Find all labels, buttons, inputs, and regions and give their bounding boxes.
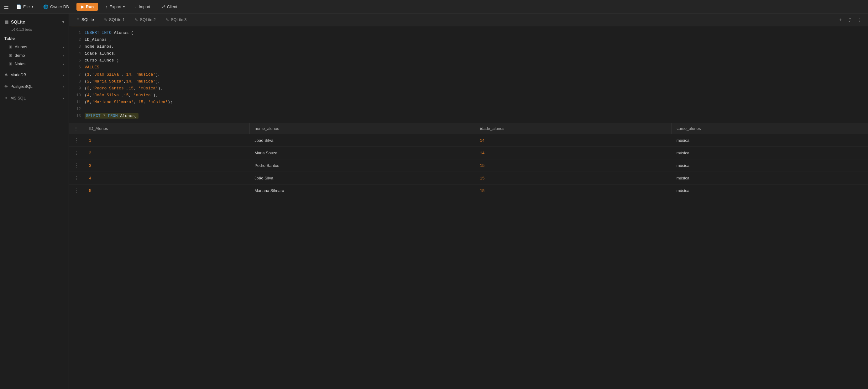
row-nome-1: Maria Souza: [249, 147, 475, 159]
export-label: Export: [110, 4, 122, 9]
version-icon: ⎇: [11, 28, 16, 31]
code-editor[interactable]: 1 INSERT INTO Alunos ( 2 ID_Alunos , 3 n…: [69, 26, 868, 123]
sidebar-item-postgresql[interactable]: ❋ PostgreSQL ‹: [0, 82, 69, 91]
table-row: ⋮ 4 João Silva 15 música: [69, 172, 868, 185]
row-curso-4: música: [672, 185, 868, 197]
owner-db-icon: 🌐: [43, 4, 48, 9]
sqlite-brand[interactable]: ▦ SQLite ▾: [0, 17, 69, 27]
postgresql-chevron: ‹: [63, 85, 64, 88]
code-line-2: 2 ID_Alunos ,: [69, 36, 868, 43]
code-line-9: 9 (3,'Pedro Santos',15, 'música'),: [69, 85, 868, 92]
owner-db-menu[interactable]: 🌐 Owner DB: [41, 3, 71, 10]
file-chevron: ▾: [32, 5, 33, 8]
row-nome-3: João Silva: [249, 172, 475, 185]
table-row: ⋮ 5 Mariana Silmara 15 música: [69, 185, 868, 197]
sidebar-item-mssql[interactable]: ✦ MS SQL ‹: [0, 93, 69, 103]
row-idade-0: 14: [475, 134, 672, 147]
row-curso-0: música: [672, 134, 868, 147]
more-options-button[interactable]: ⋮: [856, 16, 863, 24]
mariadb-label: MariaDB: [10, 73, 26, 77]
row-id-4: 5: [84, 185, 249, 197]
col-curso-alunos[interactable]: curso_alunos: [672, 123, 868, 134]
table-row: ⋮ 2 Maria Souza 14 música: [69, 147, 868, 159]
export-chevron: ▾: [123, 5, 125, 8]
content-area: ⊟ SQLite ✎ SQLite.1 ✎ SQLite.2 ✎ SQLite.…: [69, 14, 868, 389]
tab-sqlite1-label: SQLite.1: [109, 17, 125, 22]
share-button[interactable]: ⤴: [847, 16, 852, 24]
row-handle-2: ⋮: [69, 159, 84, 172]
topbar: ☰ 📄 File ▾ 🌐 Owner DB ▶ Run ↑ Export ▾ ↓…: [0, 0, 868, 14]
col-id-alunos[interactable]: ID_Alunos: [84, 123, 249, 134]
code-line-5: 5 curso_alunos ): [69, 57, 868, 64]
row-curso-1: música: [672, 147, 868, 159]
code-line-10: 10 (4,'João Silva',15, 'música'),: [69, 92, 868, 99]
sidebar-item-demo[interactable]: ⊞ demo ‹: [0, 51, 69, 60]
client-menu[interactable]: ⎇ Client: [158, 3, 180, 10]
mariadb-section: ✱ MariaDB ‹: [0, 70, 69, 80]
code-line-8: 8 (2,'Maria Souza',14, 'música'),: [69, 78, 868, 85]
row-handle-1: ⋮: [69, 147, 84, 159]
col-idade-alunos[interactable]: idade_alunos: [475, 123, 672, 134]
results-table: ⋮ ID_Alunos nome_alunos idade_alunos cur…: [69, 123, 868, 197]
tab-sqlite3-icon: ✎: [166, 18, 169, 22]
row-curso-2: música: [672, 159, 868, 172]
table-name-alunos: Alunos: [15, 45, 27, 49]
row-curso-3: música: [672, 172, 868, 185]
table-row: ⋮ 3 Pedro Santos 15 música: [69, 159, 868, 172]
owner-db-label: Owner DB: [50, 4, 69, 9]
row-nome-0: João Silva: [249, 134, 475, 147]
tab-actions: ＋ ⤴ ⋮: [837, 16, 866, 25]
sqlite-chevron: ▾: [62, 20, 64, 24]
run-button[interactable]: ▶ Run: [76, 3, 98, 11]
add-tab-button[interactable]: ＋: [837, 16, 844, 25]
tab-sqlite1-icon: ✎: [104, 18, 107, 22]
sidebar-item-mariadb[interactable]: ✱ MariaDB ‹: [0, 70, 69, 80]
tab-sqlite1[interactable]: ✎ SQLite.1: [99, 14, 130, 26]
code-line-6: 6 VALUES: [69, 64, 868, 71]
notas-chevron: ‹: [63, 62, 64, 66]
tab-sqlite2[interactable]: ✎ SQLite.2: [130, 14, 161, 26]
code-line-4: 4 idade_alunos,: [69, 50, 868, 57]
export-icon: ↑: [105, 4, 108, 9]
sidebar-item-alunos[interactable]: ⊞ Alunos ‹: [0, 43, 69, 51]
table-name-demo: demo: [15, 53, 25, 58]
sqlite-brand-label: SQLite: [11, 20, 25, 25]
code-line-11: 11 (5,'Mariana Silmara', 15, 'música');: [69, 99, 868, 106]
row-nome-4: Mariana Silmara: [249, 185, 475, 197]
tab-sqlite3[interactable]: ✎ SQLite.3: [161, 14, 192, 26]
main-layout: ▦ SQLite ▾ ⎇ 0.1.3 beta Table ⊞ Alunos ‹…: [0, 14, 868, 389]
tab-sqlite3-label: SQLite.3: [171, 17, 187, 22]
code-line-13: 13 SELECT * FROM Alunos;: [69, 113, 868, 119]
row-id-3: 4: [84, 172, 249, 185]
code-line-1: 1 INSERT INTO Alunos (: [69, 29, 868, 36]
file-menu[interactable]: 📄 File ▾: [14, 3, 36, 10]
row-handle-3: ⋮: [69, 172, 84, 185]
mssql-label: MS SQL: [10, 96, 26, 101]
row-idade-3: 15: [475, 172, 672, 185]
row-id-1: 2: [84, 147, 249, 159]
code-line-7: 7 (1,'João Silva', 14, 'música'),: [69, 71, 868, 78]
sidebar: ▦ SQLite ▾ ⎇ 0.1.3 beta Table ⊞ Alunos ‹…: [0, 14, 69, 389]
file-label: File: [23, 4, 30, 9]
row-idade-1: 14: [475, 147, 672, 159]
alunos-chevron: ‹: [63, 45, 64, 49]
run-label: Run: [86, 4, 94, 9]
col-nome-alunos[interactable]: nome_alunos: [249, 123, 475, 134]
demo-chevron: ‹: [63, 54, 64, 57]
import-menu[interactable]: ↓ Import: [132, 3, 153, 10]
sidebar-item-notas[interactable]: ⊞ Notas ‹: [0, 60, 69, 68]
mssql-section: ✦ MS SQL ‹: [0, 93, 69, 103]
export-menu[interactable]: ↑ Export ▾: [103, 3, 127, 10]
tab-sqlite[interactable]: ⊟ SQLite: [71, 14, 99, 26]
table-icon-demo: ⊞: [9, 53, 12, 58]
client-label: Client: [167, 4, 177, 9]
row-handle-4: ⋮: [69, 185, 84, 197]
row-handle-0: ⋮: [69, 134, 84, 147]
menu-icon[interactable]: ☰: [4, 3, 9, 10]
sqlite-version: ⎇ 0.1.3 beta: [0, 27, 69, 34]
row-id-0: 1: [84, 134, 249, 147]
tab-sqlite-icon: ⊟: [76, 18, 80, 22]
table-icon-notas: ⊞: [9, 61, 12, 66]
tabs-bar: ⊟ SQLite ✎ SQLite.1 ✎ SQLite.2 ✎ SQLite.…: [69, 14, 868, 26]
col-handle: ⋮: [69, 123, 84, 134]
